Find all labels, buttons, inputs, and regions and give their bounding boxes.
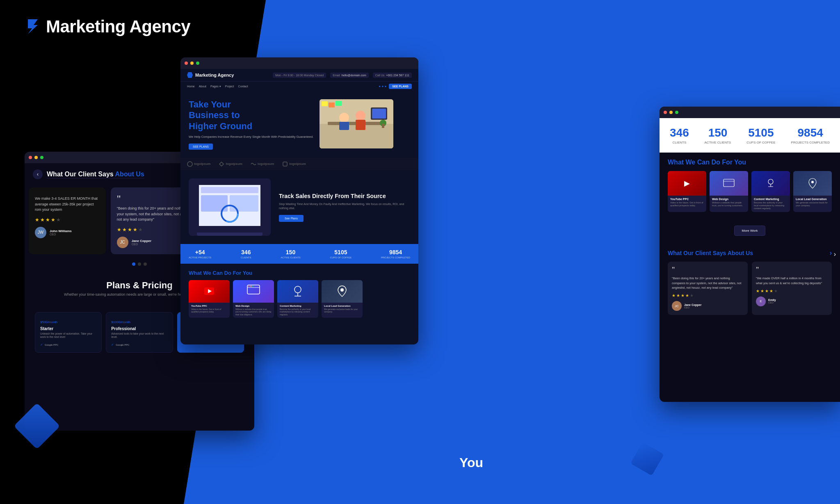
plan-starter: $500/month Starter Unleash the power of …: [35, 312, 102, 353]
avatar-2: JC: [117, 237, 128, 248]
logo-icon: [25, 16, 41, 37]
service-name-local: Local Lead Generation: [324, 305, 360, 307]
svg-rect-33: [724, 179, 734, 187]
rw-stat-label-0: CLIENTS: [670, 141, 689, 144]
nav-pages[interactable]: Pages ▾: [210, 85, 221, 88]
service-web: Web Design Without a website that people…: [233, 280, 274, 318]
nav-arrow: ‹ What Our Client Says About Us: [33, 169, 144, 179]
laptop-screen: [199, 185, 260, 226]
rw-service-cards: ▶ YouTube PPC Video is the future. Get i…: [668, 171, 832, 212]
stat-projects: 9854 PROJECTS COMPLETED: [381, 249, 410, 259]
more-work-btn[interactable]: More Work: [734, 226, 766, 236]
nav-home[interactable]: Home: [187, 85, 195, 88]
prev-arrow[interactable]: ‹: [33, 169, 43, 179]
svg-point-14: [187, 162, 192, 166]
service-info-local: Local Lead Generation We generate exclus…: [322, 303, 363, 315]
reviewer-name-1: John Williams: [50, 229, 72, 233]
rw-reviewer-name-2: Emily: [768, 299, 776, 301]
hero-highlight: Higher Ground: [189, 121, 252, 131]
stat-label-4: PROJECTS COMPLETED: [381, 256, 410, 259]
testimonial-text-1: We make 3-4 SALES ER MONTH that average …: [35, 196, 100, 213]
service-info-web: Web Design Without a website that people…: [233, 303, 274, 318]
rw-avatar-1: JC: [672, 301, 682, 311]
cw-logos-bar: logoipsum logoipsum logoipsum logoipsum: [180, 158, 418, 170]
testimonials-next-arrow[interactable]: ›: [830, 249, 832, 257]
service-name-content: Content Marketing: [280, 305, 316, 307]
reviewer-1: JW John Williams CEO: [35, 227, 100, 238]
rw-reviewer-info-1: Jane Copper CEO: [684, 303, 701, 309]
rw-service-content: Content Marketing Become the authority i…: [751, 171, 790, 212]
cw-navbar-top: Marketing Agency Mon - Fri 9:00 - 18:00 …: [180, 69, 418, 82]
cw-nav-links: Home About Pages ▾ Project Contact ● ● ●…: [180, 82, 418, 91]
cw-services-title: What We Can Do For You: [189, 270, 410, 276]
rw-service-desc-yt: Video is the future. Get in front of qua…: [670, 201, 704, 207]
testimonials-title: What Our Client Says About Us: [47, 171, 144, 178]
dot-1[interactable]: [132, 262, 135, 266]
service-next-arrow[interactable]: ›: [834, 251, 836, 258]
dot-2[interactable]: [138, 262, 141, 266]
stat-clients: 346 CLIENTS: [241, 249, 251, 259]
plan-pro-price: $1000/month: [111, 317, 167, 325]
rw-stat-label-1: ACTIVE CLIENTS: [705, 141, 731, 144]
rw-testimonial-text-2: "We made OVER half a million in 4 months…: [756, 276, 828, 285]
svg-point-27: [251, 286, 252, 287]
rw-service-desc-cm: Become the authority in your local marke…: [754, 201, 788, 210]
svg-rect-4: [339, 122, 349, 130]
cw-track-text: Track Sales Directly From Their Source S…: [279, 192, 410, 222]
rw-service-img-web: [710, 171, 748, 196]
dot-yellow-r: [669, 111, 673, 114]
logo-4: logoipsum: [282, 161, 306, 167]
svg-rect-17: [201, 187, 258, 193]
service-desc-content: Become the authority in your local marke…: [280, 308, 316, 316]
plan-starter-desc: Unleash the power of automation. Take yo…: [40, 332, 96, 339]
rw-stat-num-2: 5105: [746, 126, 775, 139]
cw-logo-icon: [187, 72, 193, 78]
svg-rect-10: [382, 124, 384, 128]
nav-project[interactable]: Project: [225, 85, 234, 88]
nav-contact[interactable]: Contact: [238, 85, 248, 88]
dot-3[interactable]: [144, 262, 147, 266]
reviewer-info-1: John Williams CEO: [50, 229, 72, 236]
testimonial-card-partial: We make 3-4 SALES ER MONTH that average …: [29, 187, 106, 254]
logo-1: logoipsum: [187, 161, 210, 167]
rw-stat-label-3: PROJECTS COMPLETED: [791, 141, 830, 144]
cw-see-plans[interactable]: SEE PLANS: [389, 84, 412, 89]
track-title: Track Sales Directly From Their Source: [279, 192, 410, 200]
stat-label-1: CLIENTS: [241, 256, 251, 259]
email-val: hello@domain.com: [342, 74, 366, 77]
stat-label-0: ACTIVE PROJECTS: [189, 256, 211, 259]
cw-service-cards: YouTube PPC Video is the future. Get in …: [189, 280, 410, 318]
dot-yellow: [34, 156, 38, 159]
service-img-youtube: [189, 280, 230, 303]
dot-green: [40, 156, 43, 159]
rw-reviewer-1: JC Jane Copper CEO: [672, 301, 744, 311]
reviewer-role-2: CEO: [132, 243, 151, 246]
service-local: Local Lead Generation We generate exclus…: [322, 280, 363, 318]
window-center: Marketing Agency Mon - Fri 9:00 - 18:00 …: [180, 57, 418, 344]
nav-about[interactable]: About: [199, 85, 206, 88]
cw-contact-info: Mon - Fri 9:00 - 18:00 Monday Closed Ema…: [273, 73, 412, 78]
browser-chrome-center: [180, 57, 418, 69]
hero-cta[interactable]: SEE PLANS: [189, 144, 213, 150]
rw-testimonial-text-1: "Been doing this for 20+ years and nothi…: [672, 276, 744, 290]
service-desc-youtube: Video is the future. Get in front of qua…: [191, 308, 227, 313]
svg-point-5: [356, 111, 365, 121]
svg-rect-8: [372, 109, 386, 119]
rw-service-name-cm: Content Marketing: [754, 198, 788, 201]
dot-red-r: [664, 111, 667, 114]
stat-num-3: 5105: [330, 249, 352, 255]
hours-block: Mon - Fri 9:00 - 18:00 Monday Closed: [273, 73, 326, 78]
track-cta[interactable]: See Plans: [279, 215, 304, 222]
rw-reviewer-2: E Emily CEO: [756, 296, 828, 306]
dot-red-c: [185, 62, 188, 65]
rw-stat-projects: 9854 PROJECTS COMPLETED: [791, 126, 830, 144]
social-icons: ● ● ●: [379, 84, 386, 88]
service-img-content: [277, 280, 318, 303]
rw-service-desc-local: We generate exclusive leads for your com…: [796, 201, 829, 207]
testimonials-title-highlight: About Us: [115, 171, 144, 178]
rw-services-highlight: For You: [722, 159, 746, 166]
svg-point-28: [253, 286, 254, 287]
cw-services: What We Can Do For You YouTube PPC Video…: [180, 264, 418, 324]
you-label: You: [459, 455, 483, 470]
svg-rect-19: [230, 195, 258, 212]
